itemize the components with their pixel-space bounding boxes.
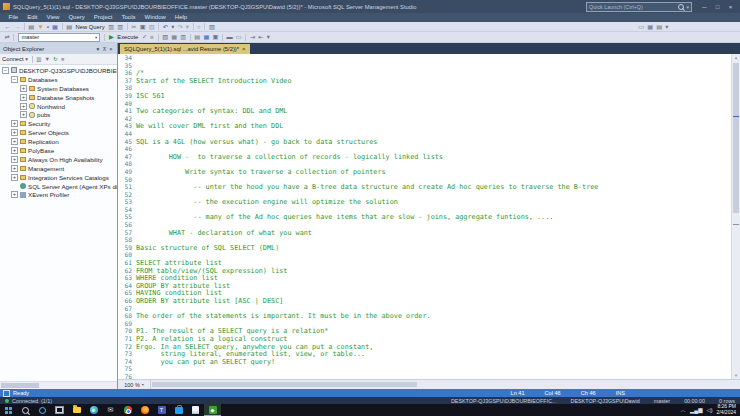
menu-project[interactable]: Project (89, 13, 117, 22)
menu-edit[interactable]: Edit (23, 13, 42, 22)
overflow-icon[interactable]: ▾ (265, 33, 271, 41)
code-line-57[interactable]: 57 WHAT - declaration of what you want (118, 229, 731, 237)
code-line-55[interactable]: 55 -- many of the Ad hoc queries have it… (118, 213, 731, 221)
collapse-icon[interactable]: − (11, 76, 18, 83)
expand-icon[interactable]: + (20, 85, 27, 92)
scroll-down-icon[interactable]: ▼ (732, 373, 740, 378)
code-line-35[interactable]: 35 (118, 62, 731, 70)
scrollbar-thumb[interactable] (152, 382, 417, 387)
cancel-query-icon[interactable]: ■ (149, 33, 156, 41)
search-icon[interactable] (17, 404, 34, 416)
file-explorer-icon[interactable] (68, 404, 85, 416)
tree-item-xevent-profiler[interactable]: +XEvent Profiler (0, 190, 117, 199)
code-line-75[interactable]: 75 (118, 365, 731, 373)
execute-button[interactable]: ▶Execute (107, 33, 140, 41)
code-line-40[interactable]: 40 (118, 100, 731, 108)
code-line-43[interactable]: 43We will cover DML first and then DDL (118, 122, 731, 130)
code-line-39[interactable]: 39ISC 561 (118, 92, 731, 100)
tree-item-sql-server-agent-agent-xps-dis[interactable]: SQL Server Agent (Agent XPs disabled) (0, 182, 117, 191)
undo-icon[interactable]: ↶ (161, 23, 169, 31)
collapse-icon[interactable]: − (2, 67, 9, 74)
chevron-down-icon[interactable]: ▾ (24, 55, 30, 63)
outdent-icon[interactable]: ⇤ (257, 33, 265, 41)
server-icon[interactable]: ▥ (35, 55, 43, 63)
new-connection-icon[interactable]: ▥ (107, 23, 116, 31)
code-line-36[interactable]: 36/* (118, 69, 731, 77)
restore-button[interactable]: □ (711, 1, 724, 12)
stop-icon[interactable]: ■ (59, 55, 66, 63)
code-line-51[interactable]: 51 -- unter the hood you have a B-tree d… (118, 183, 731, 191)
tree-item-northwind[interactable]: +Northwind (0, 102, 117, 111)
expand-icon[interactable]: + (11, 174, 18, 181)
tree-item-server-objects[interactable]: +Server Objects (0, 128, 117, 137)
tab-close-icon[interactable]: × (242, 46, 246, 52)
close-button[interactable]: × (724, 1, 737, 12)
zoom-control[interactable]: 100 % ▾ (118, 380, 151, 389)
results-file-icon[interactable]: ▣ (211, 33, 220, 41)
object-explorer-hscrollbar[interactable] (0, 381, 117, 389)
results-grid-icon[interactable]: ▦ (202, 33, 211, 41)
code-line-53[interactable]: 53 -- the execution engine will optimize… (118, 198, 731, 206)
nav-forward-icon[interactable]: → (12, 23, 21, 31)
code-editor[interactable]: 343536/*37Start of the SELECT Introducti… (118, 54, 731, 379)
code-line-56[interactable]: 56 (118, 221, 731, 229)
task-view-icon[interactable] (51, 404, 68, 416)
scrollbar-thumb[interactable] (733, 63, 739, 213)
connect-button[interactable]: Connect (2, 56, 24, 62)
ssms-icon[interactable]: ◆ (204, 404, 221, 416)
code-line-37[interactable]: 37Start of the SELECT Introduction Video (118, 77, 731, 85)
scroll-up-icon[interactable]: ▲ (732, 55, 740, 60)
code-line-54[interactable]: 54 (118, 206, 731, 214)
tree-item-pubs[interactable]: +pubs (0, 110, 117, 119)
code-line-62[interactable]: 62FROM table/view/(SQL expression) list (118, 267, 731, 275)
expand-icon[interactable]: + (20, 103, 27, 110)
notepad-icon[interactable] (187, 404, 204, 416)
comment-icon[interactable]: ▬ (225, 33, 234, 41)
filter-icon[interactable]: ▼ (43, 55, 52, 63)
pin-icon[interactable]: ⊼ (101, 46, 108, 52)
client-stats-icon[interactable]: ▥ (179, 33, 188, 41)
teams-icon[interactable]: T (153, 404, 170, 416)
database-attach-icon[interactable]: ▥ (116, 23, 125, 31)
code-line-46[interactable]: 46 (118, 145, 731, 153)
indent-icon[interactable]: ⇥ (248, 33, 256, 41)
copy-icon[interactable]: ▣ (138, 23, 147, 31)
cortana-icon[interactable] (34, 404, 51, 416)
tree-item-security[interactable]: +Security (0, 119, 117, 128)
code-line-44[interactable]: 44 (118, 130, 731, 138)
feedback-icon[interactable] (3, 390, 10, 397)
code-line-64[interactable]: 64GROUP BY attribute list (118, 282, 731, 290)
store-icon[interactable] (170, 404, 187, 416)
menu-tools[interactable]: Tools (117, 13, 140, 22)
expand-icon[interactable]: + (11, 156, 18, 163)
code-line-63[interactable]: 63WHERE condition list (118, 274, 731, 282)
mail-icon[interactable]: ✉ (102, 404, 119, 416)
code-line-66[interactable]: 66ORDER BY attribute list [ASC | DESC] (118, 297, 731, 305)
network-icon[interactable]: ▂▄▆ (690, 407, 702, 413)
code-line-58[interactable]: 58 (118, 236, 731, 244)
open-file-icon[interactable]: ▼ (36, 23, 45, 31)
expand-icon[interactable]: + (11, 129, 18, 136)
tab-sqlquery[interactable]: SQLQuery_5(1)(1).sql ...avid Resume (5/2… (120, 44, 250, 54)
tree-item-system-databases[interactable]: +System Databases (0, 84, 117, 93)
code-line-68[interactable]: 68The order of the statements is importa… (118, 312, 731, 320)
code-line-52[interactable]: 52 (118, 191, 731, 199)
code-line-73[interactable]: 73 string literal, enumerated list, view… (118, 350, 731, 358)
menu-query[interactable]: Query (64, 13, 89, 22)
code-line-59[interactable]: 59Basic structure of SQL SELECT (DML) (118, 244, 731, 252)
code-line-49[interactable]: 49 Write syntax to traverse a collection… (118, 168, 731, 176)
code-line-67[interactable]: 67 (118, 305, 731, 313)
tree-item-databases[interactable]: −Databases (0, 75, 117, 84)
editor-vscrollbar[interactable]: ▲ ▼ (731, 54, 740, 379)
editor-hscrollbar[interactable] (151, 380, 740, 389)
live-stats-icon[interactable]: ▦ (170, 33, 179, 41)
code-line-60[interactable]: 60 (118, 251, 731, 259)
expand-icon[interactable]: + (11, 120, 18, 127)
new-query-file-icon[interactable]: ▤ (27, 23, 36, 31)
menu-help[interactable]: Help (170, 13, 191, 22)
tree-item-database-snapshots[interactable]: +Database Snapshots (0, 93, 117, 102)
volume-icon[interactable]: ◁) (706, 407, 712, 413)
tree-item-management[interactable]: +Management (0, 164, 117, 173)
menu-window[interactable]: Window (140, 13, 170, 22)
code-line-70[interactable]: 70P1. The result of a SELECT query is a … (118, 327, 731, 335)
